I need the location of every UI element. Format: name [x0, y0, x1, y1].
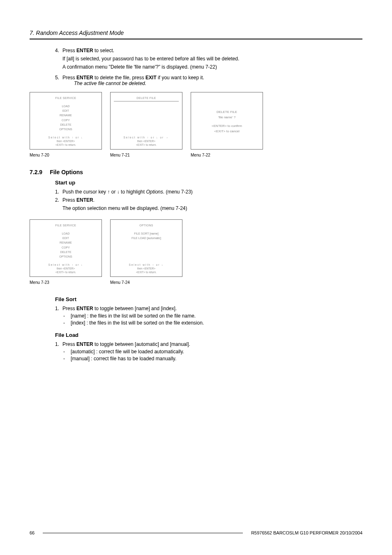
filesort-heading: File Sort: [55, 296, 358, 302]
menu-7-21-hint3: <EXIT> to return.: [114, 143, 179, 147]
fileload-1-c: to toggle between [automatic] and [manua…: [93, 341, 190, 347]
header-rule: [30, 39, 362, 39]
fileload-heading: File Load: [55, 332, 358, 338]
menu-7-20-caption: Menu 7-20: [30, 153, 102, 157]
step-5-exit: EXIT: [145, 75, 157, 81]
menu-7-24-caption: Menu 7-24: [110, 280, 182, 285]
step-5-text-c: to delete the file, press: [93, 75, 145, 81]
menu-7-24-item: FILE SORT [name]: [114, 231, 179, 236]
page-number: 66: [30, 530, 35, 535]
startup-heading: Start up: [55, 180, 358, 186]
menu-7-20-item: RENAME: [33, 113, 98, 117]
chapter-title: 7. Random Access Adjustment Mode: [30, 30, 362, 36]
startup-2-a: Press: [62, 197, 76, 203]
startup-2-num: 2.: [55, 197, 62, 214]
menu-7-23-box: FILE SERVICE LOAD EDIT RENAME COPY DELET…: [30, 219, 102, 277]
step-4-number: 4.: [55, 48, 62, 72]
menu-7-24-title: OPTIONS: [114, 224, 179, 227]
menu-7-23-hint2: then <ENTER>: [33, 267, 98, 270]
filesort-steps: 1. Press ENTER to toggle between [name] …: [55, 306, 358, 327]
menu-7-20-item: EDIT: [33, 108, 98, 113]
startup-steps: 1. Push the cursor key ↑ or ↓ to highlig…: [55, 189, 358, 214]
menu-rule: [114, 101, 179, 101]
step-4-text-c: to select.: [93, 48, 114, 53]
menu-7-20-item: LOAD: [33, 104, 98, 108]
fileload-steps: 1. Press ENTER to toggle between [automa…: [55, 341, 358, 363]
menu-7-24-hint1: Select with ↑ or ↓: [114, 263, 179, 267]
fileload-1-b: ENTER: [76, 341, 93, 347]
subsection-title: File Options: [50, 169, 83, 175]
filesort-bullet-1: [name] : the files in the list will be s…: [71, 313, 358, 319]
subsection-number: 7.2.9: [30, 169, 42, 175]
menu-7-23-item-selected: OPTIONS: [59, 255, 72, 258]
menu-7-20-hint2: then <ENTER>: [33, 139, 98, 143]
step-5-number: 5.: [55, 75, 62, 86]
step-4-text-a: Press: [62, 48, 76, 53]
menu-7-24-box: OPTIONS FILE SORT [name] FILE LOAD [auto…: [110, 219, 182, 277]
fileload-1-num: 1.: [55, 341, 62, 363]
step-4-enter: ENTER: [76, 48, 93, 53]
menu-7-21-box: DELETE FILE Select with ↑ or ↓ or → then…: [110, 92, 182, 150]
startup-1-a: Push the cursor key ↑ or ↓ to highlight: [62, 189, 146, 195]
menu-7-21-hint1: Select with ↑ or ↓ or →: [114, 136, 179, 139]
menu-7-22-line3: <ENTER> to confirm: [212, 124, 242, 128]
menu-7-22-line2: 'file name' ?: [218, 115, 235, 119]
menu-7-23-item: COPY: [33, 245, 98, 250]
startup-1-c: . (menu 7-23): [163, 189, 193, 195]
menu-7-24-hint3: <EXIT> to return.: [114, 270, 179, 274]
fileload-1-a: Press: [62, 341, 76, 347]
menu-7-23-item: EDIT: [33, 236, 98, 240]
startup-2-c: .: [93, 197, 95, 203]
startup-2-sub: The option selection menu will be displa…: [62, 205, 358, 211]
menu-7-23-item: DELETE: [33, 250, 98, 254]
step-4-sub1: If [all] is selected, your password has …: [62, 56, 358, 62]
footer-rule: [43, 533, 243, 533]
step-5-text-e: if you want to keep it.: [157, 75, 204, 81]
step-list-a: 4. Press ENTER to select. If [all] is se…: [55, 48, 358, 86]
menu-7-23-title: FILE SERVICE: [33, 224, 98, 227]
page-footer: 66 R5976562 BARCOSLM G10 PERFORMER 20/10…: [30, 530, 362, 535]
step-5-text-a: Press: [62, 75, 76, 81]
menu-7-20-item: COPY: [33, 118, 98, 122]
fileload-bullet-1: [automatic] : correct file will be loade…: [71, 349, 358, 355]
filesort-bullet-2: [index] : the files in the list will be …: [71, 320, 358, 326]
menu-7-24-hint2: then <ENTER>: [114, 267, 179, 270]
filesort-1-c: to toggle between [name] and [index].: [93, 306, 177, 311]
menu-7-23-hint1: Select with ↑ or ↓: [33, 263, 98, 267]
menu-7-22-line1: DELETE FILE: [217, 110, 237, 114]
menu-7-21-title: DELETE FILE: [114, 97, 179, 99]
menu-7-22-caption: Menu 7-22: [191, 153, 263, 157]
startup-1-b: Options: [146, 189, 163, 195]
menu-7-22-box: DELETE FILE 'file name' ? <ENTER> to con…: [191, 92, 263, 150]
menu-7-21-hint2: then <ENTER>: [114, 139, 179, 143]
filesort-1-a: Press: [62, 306, 76, 311]
fileload-bullet-2: [manual] : correct file has to be loaded…: [71, 356, 358, 362]
menu-7-20-item: OPTIONS: [33, 127, 98, 131]
filesort-1-b: ENTER: [76, 306, 93, 311]
menu-7-21-caption: Menu 7-21: [110, 153, 182, 157]
footer-doc: R5976562 BARCOSLM G10 PERFORMER 20/10/20…: [251, 530, 362, 535]
menu-7-23-item: LOAD: [33, 231, 98, 236]
step-4-sub2: A confirmation menu "Delete file 'file n…: [62, 64, 358, 70]
menu-7-23-caption: Menu 7-23: [30, 280, 102, 285]
step-5-enter: ENTER: [76, 75, 93, 81]
menu-7-20-hint3: <EXIT> to return.: [33, 143, 98, 147]
filesort-1-num: 1.: [55, 306, 62, 327]
step-5-note: The active file cannot be deleted.: [62, 81, 358, 86]
menu-7-20-hint1: Select with ↑ or ↓: [33, 136, 98, 139]
menu-7-24-item: FILE LOAD [automatic]: [114, 236, 179, 240]
menu-7-23-item: RENAME: [33, 240, 98, 245]
startup-1-num: 1.: [55, 189, 62, 195]
menu-7-22-line4: <EXIT> to cancel: [214, 129, 239, 133]
menu-7-20-item-selected: DELETE: [60, 123, 71, 126]
menu-7-23-hint3: <EXIT> to return.: [33, 270, 98, 274]
menu-7-20-box: FILE SERVICE LOAD EDIT RENAME COPY DELET…: [30, 92, 102, 150]
menu-7-20-title: FILE SERVICE: [33, 97, 98, 99]
startup-2-b: ENTER: [76, 197, 93, 203]
